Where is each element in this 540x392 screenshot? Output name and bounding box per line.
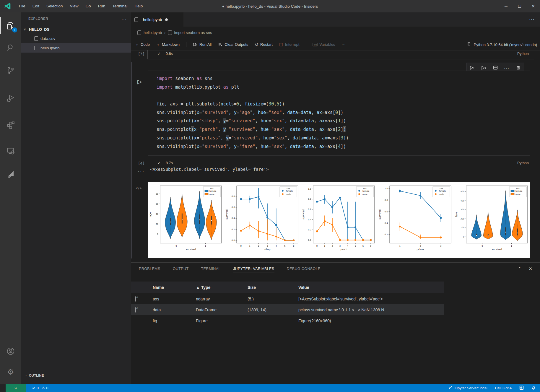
problems-status[interactable]: ⊘0 ⚠0 <box>32 386 48 390</box>
kernel-picker[interactable]: Python 3.7.10 64-bit ('myenv': conda) <box>467 38 537 51</box>
svg-text:survived: survived <box>186 248 196 251</box>
panel-maximize-icon[interactable]: ⌃ <box>518 266 522 271</box>
sidebar-title: EXPLORER <box>28 17 121 20</box>
code-line[interactable]: sns.violinplot(x="survived", y="fare", h… <box>157 142 530 151</box>
toolbar-more-icon[interactable]: ··· <box>342 42 346 47</box>
code-line[interactable]: sns.pointplot(x="parch", y="survived", h… <box>157 125 530 134</box>
editor-actions-more-icon[interactable]: ··· <box>529 12 535 27</box>
add-markdown-cell-button[interactable]: ＋Markdown <box>156 42 180 47</box>
sidebar-item-extensions[interactable] <box>0 116 21 134</box>
menu-bar[interactable]: FileEditSelectionViewGoRunTerminalHelp <box>15 0 146 12</box>
folder-hello-ds[interactable]: ∨ HELLO_DS <box>21 25 131 34</box>
menu-item-view[interactable]: View <box>66 0 82 12</box>
menu-item-terminal[interactable]: Terminal <box>109 0 131 12</box>
menu-item-edit[interactable]: Edit <box>29 0 43 12</box>
run-cell-button[interactable]: ▷ <box>137 78 142 85</box>
svg-text:1: 1 <box>511 245 512 247</box>
vscode-window: FileEditSelectionViewGoRunTerminalHelp ●… <box>0 0 540 392</box>
menu-item-selection[interactable]: Selection <box>43 0 66 12</box>
close-icon[interactable]: ✕ <box>526 0 540 12</box>
svg-text:0: 0 <box>316 245 318 247</box>
explorer-badge: 1 <box>12 27 17 32</box>
clear-outputs-button[interactable]: Clear Outputs <box>218 42 248 47</box>
breadcrumb[interactable]: hello.ipynb › import seaborn as sns <box>131 27 540 38</box>
cell-more-actions-icon[interactable]: ··· <box>504 66 510 71</box>
column-header-type[interactable]: ▲ Type <box>196 285 248 290</box>
svg-text:3: 3 <box>339 245 341 247</box>
svg-text:1: 1 <box>324 245 325 247</box>
code-line[interactable] <box>157 91 530 100</box>
panel-close-icon[interactable]: ✕ <box>528 266 532 271</box>
outline-section[interactable]: › OUTLINE <box>21 371 131 379</box>
variable-row-fig[interactable]: figFigureFigure(2160x360) <box>131 315 444 326</box>
cell3-language[interactable]: Python <box>517 52 529 56</box>
file-item-data.csv[interactable]: data.csv <box>21 34 131 43</box>
menu-item-help[interactable]: Help <box>131 0 146 12</box>
jupyter-server-status[interactable]: Jupyter Server: local <box>448 386 487 391</box>
add-code-cell-button[interactable]: ＋Code <box>135 42 150 47</box>
breadcrumb-separator: › <box>164 30 165 35</box>
sidebar-item-explorer[interactable]: 1 <box>0 17 21 34</box>
maximize-icon[interactable]: ☐ <box>513 0 526 12</box>
column-header-size[interactable]: Size <box>248 285 298 290</box>
cell4-language[interactable]: Python <box>517 161 529 165</box>
settings-gear-icon[interactable]: ⚙ <box>0 363 21 380</box>
code-line[interactable]: import matplotlib.pyplot as plt <box>157 83 530 92</box>
svg-text:300: 300 <box>461 209 464 211</box>
menu-item-run[interactable]: Run <box>95 0 109 12</box>
plus-icon: ＋ <box>135 42 139 47</box>
feedback-icon[interactable] <box>519 386 524 391</box>
svg-text:3: 3 <box>267 245 268 247</box>
open-in-data-viewer-icon[interactable] <box>135 307 136 313</box>
svg-text:0: 0 <box>463 236 464 238</box>
sidebar-item-jupyter[interactable] <box>0 165 21 183</box>
variable-row-axs[interactable]: axsndarray(5,)[<AxesSubplot:xlabel='surv… <box>131 293 444 304</box>
svg-text:0.8: 0.8 <box>308 198 311 200</box>
code-line[interactable]: import seaborn as sns <box>157 74 530 83</box>
menu-item-go[interactable]: Go <box>82 0 95 12</box>
menu-item-file[interactable]: File <box>15 0 29 12</box>
code-line[interactable]: sns.violinplot(x="survived", y="age", hu… <box>157 108 530 117</box>
account-icon[interactable] <box>0 343 21 360</box>
sidebar-item-run-debug[interactable] <box>0 90 21 107</box>
sidebar-item-search[interactable] <box>0 39 21 56</box>
rendered-output-marker: </> <box>136 186 142 190</box>
tab-hello-ipynb[interactable]: hello.ipynb <box>131 12 183 27</box>
clear-outputs-icon <box>218 42 223 47</box>
panel-tab-jupyter-variables[interactable]: JUPYTER: VARIABLES <box>233 267 274 272</box>
open-in-data-viewer-icon[interactable] <box>135 296 136 302</box>
svg-text:8: 8 <box>293 245 294 247</box>
panel-tab-output[interactable]: OUTPUT <box>173 267 189 272</box>
notifications-bell-icon[interactable] <box>531 386 536 391</box>
code-editor[interactable]: import seaborn as snsimport matplotlib.p… <box>148 71 530 156</box>
remote-indicator[interactable]: ›‹ <box>6 384 26 392</box>
cell-position-status[interactable]: Cell 3 of 4 <box>495 386 512 390</box>
code-line[interactable]: sns.pointplot(x="sibsp", y="survived", h… <box>157 117 530 125</box>
sidebar-item-remote-explorer[interactable] <box>0 142 21 160</box>
minimize-icon[interactable]: ─ <box>499 0 513 12</box>
panel-tab-terminal[interactable]: TERMINAL <box>201 267 220 272</box>
remote-window-icon: ›‹ <box>14 386 17 390</box>
svg-text:100: 100 <box>461 227 464 229</box>
success-check-icon: ✓ <box>157 161 161 165</box>
title-bar: FileEditSelectionViewGoRunTerminalHelp ●… <box>0 0 540 12</box>
restart-kernel-button[interactable]: ↺ Restart <box>255 42 272 47</box>
column-header-value[interactable]: Value <box>298 285 444 290</box>
panel-tab-debug-console[interactable]: DEBUG CONSOLE <box>287 267 321 272</box>
breadcrumb-file[interactable]: hello.ipynb <box>144 30 162 35</box>
svg-text:2: 2 <box>258 245 259 247</box>
svg-text:200: 200 <box>461 218 464 220</box>
panel-tab-problems[interactable]: PROBLEMS <box>139 267 160 272</box>
code-line[interactable]: sns.pointplot(x="pclass", y="survived", … <box>157 134 530 142</box>
run-all-button[interactable]: Run All <box>193 42 212 47</box>
svg-text:2: 2 <box>420 245 421 247</box>
svg-text:20: 20 <box>156 223 158 225</box>
breadcrumb-symbol[interactable]: import seaborn as sns <box>174 30 212 35</box>
explorer-more-icon[interactable]: ··· <box>121 16 127 21</box>
column-header-name[interactable]: Name <box>153 285 196 290</box>
variable-row-data[interactable]: dataDataFrame(1309, 14)pclass survived n… <box>131 304 444 315</box>
code-line[interactable]: fig, axs = plt.subplots(ncols=5, figsize… <box>157 100 530 108</box>
file-item-hello.ipynb[interactable]: hello.ipynb <box>21 43 131 53</box>
warning-icon: ⚠ <box>42 386 45 390</box>
sidebar-item-source-control[interactable] <box>0 62 21 79</box>
